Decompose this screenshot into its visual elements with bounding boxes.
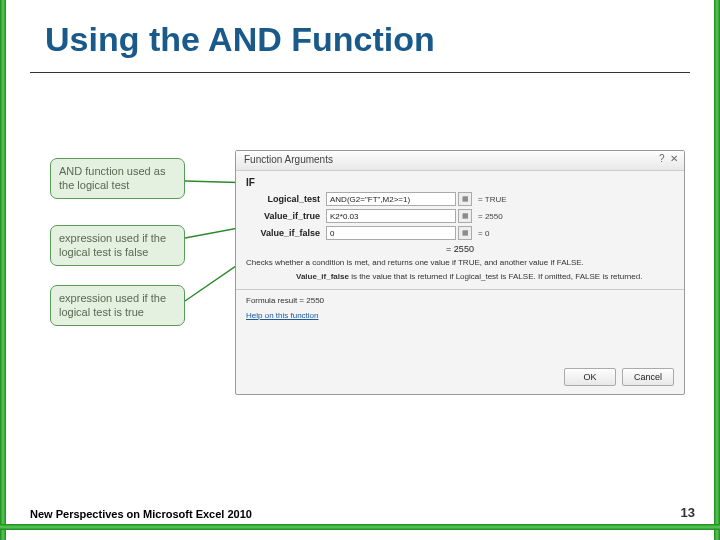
arg-row-value-if-false: Value_if_false 0 ▦ = 0 <box>246 226 674 240</box>
arg-input-value-if-true[interactable]: K2*0.03 <box>326 209 456 223</box>
dialog-title-text: Function Arguments <box>244 154 333 165</box>
cancel-button[interactable]: Cancel <box>622 368 674 386</box>
arg-input-logical-test[interactable]: AND(G2="FT",M2>=1) <box>326 192 456 206</box>
page-number: 13 <box>681 505 695 520</box>
dialog-button-row: OK Cancel <box>564 368 674 386</box>
dialog-titlebar: Function Arguments ? ✕ <box>236 151 684 171</box>
dialog-separator <box>236 289 684 290</box>
dialog-computed-result: = 2550 <box>246 244 674 254</box>
slide-frame-right <box>714 0 720 540</box>
arg-label-value-if-false: Value_if_false <box>246 228 326 238</box>
collapse-button-1[interactable]: ▦ <box>458 192 472 206</box>
arg-label-value-if-true: Value_if_true <box>246 211 326 221</box>
arg-result-logical-test: = TRUE <box>478 195 507 204</box>
diagram-area: AND function used as the logical test ex… <box>30 130 690 430</box>
formula-result-value: 2550 <box>306 296 324 305</box>
dialog-description: Checks whether a condition is met, and r… <box>246 258 674 268</box>
callout-expression-false: expression used if the logical test is f… <box>50 225 185 266</box>
slide-frame-bottom <box>0 524 720 530</box>
collapse-button-3[interactable]: ▦ <box>458 226 472 240</box>
function-name: IF <box>246 177 674 188</box>
footer-source: New Perspectives on Microsoft Excel 2010 <box>30 508 252 520</box>
arg-label-logical-test: Logical_test <box>246 194 326 204</box>
page-title: Using the AND Function <box>45 20 435 59</box>
dialog-arg-desc-text: is the value that is returned if Logical… <box>349 272 642 281</box>
collapse-button-2[interactable]: ▦ <box>458 209 472 223</box>
arg-input-value-if-false[interactable]: 0 <box>326 226 456 240</box>
slide-frame-left <box>0 0 6 540</box>
formula-result-label: Formula result = <box>246 296 306 305</box>
arg-result-value-if-true: = 2550 <box>478 212 503 221</box>
function-arguments-dialog: Function Arguments ? ✕ IF Logical_test A… <box>235 150 685 395</box>
title-rule <box>30 72 690 73</box>
callout-expression-true: expression used if the logical test is t… <box>50 285 185 326</box>
callout-and-function: AND function used as the logical test <box>50 158 185 199</box>
help-link[interactable]: Help on this function <box>246 311 674 320</box>
dialog-arg-desc-label: Value_if_false <box>296 272 349 281</box>
arg-result-value-if-false: = 0 <box>478 229 489 238</box>
ok-button[interactable]: OK <box>564 368 616 386</box>
dialog-body: IF Logical_test AND(G2="FT",M2>=1) ▦ = T… <box>236 171 684 326</box>
arg-row-value-if-true: Value_if_true K2*0.03 ▦ = 2550 <box>246 209 674 223</box>
dialog-arg-description: Value_if_false is the value that is retu… <box>296 272 674 282</box>
arg-row-logical-test: Logical_test AND(G2="FT",M2>=1) ▦ = TRUE <box>246 192 674 206</box>
dialog-window-icons: ? ✕ <box>659 153 678 164</box>
formula-result: Formula result = 2550 <box>246 296 674 305</box>
